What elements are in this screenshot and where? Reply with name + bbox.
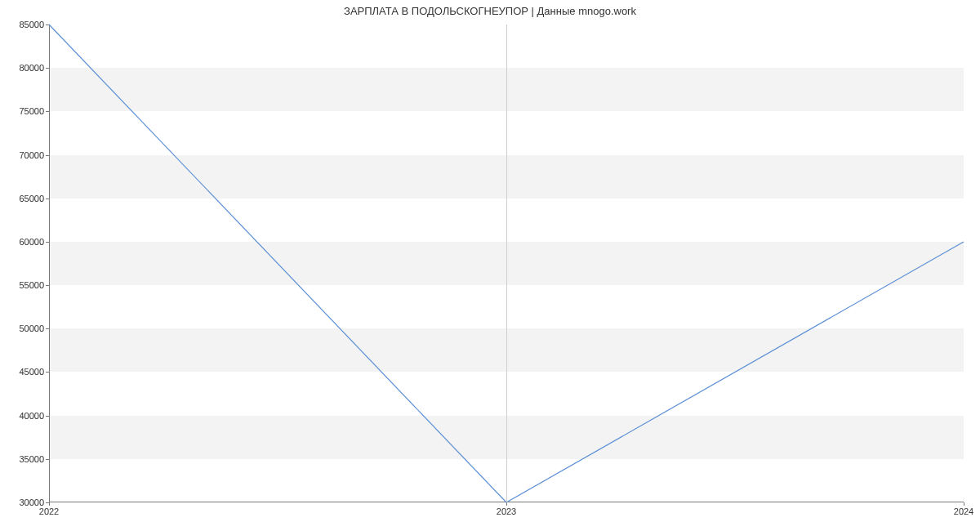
y-tick-label: 45000 — [0, 367, 44, 377]
y-tick-label: 75000 — [0, 106, 44, 116]
y-tick-mark — [46, 459, 49, 460]
x-tick-label: 2023 — [497, 506, 516, 516]
y-tick-label: 70000 — [0, 150, 44, 160]
y-tick-label: 30000 — [0, 498, 44, 507]
x-tick-label: 2024 — [954, 506, 973, 516]
x-tick-mark — [49, 502, 50, 506]
y-tick-mark — [46, 242, 49, 243]
y-tick-mark — [46, 416, 49, 417]
y-tick-label: 85000 — [0, 20, 44, 29]
x-tick-mark — [964, 502, 964, 506]
x-tick-label: 2022 — [39, 506, 59, 516]
chart-title: ЗАРПЛАТА В ПОДОЛЬСКОГНЕУПОР | Данные mno… — [0, 5, 980, 17]
y-tick-mark — [46, 285, 49, 286]
y-tick-label: 80000 — [0, 63, 44, 73]
y-tick-mark — [46, 68, 49, 69]
plot-area — [49, 25, 964, 502]
y-tick-label: 35000 — [0, 454, 44, 464]
y-tick-mark — [46, 25, 49, 25]
y-tick-mark — [46, 372, 49, 373]
y-tick-mark — [46, 155, 49, 156]
y-tick-mark — [46, 328, 49, 329]
y-tick-mark — [46, 199, 49, 199]
y-tick-label: 55000 — [0, 280, 44, 290]
x-grid-line — [506, 25, 507, 502]
y-tick-label: 65000 — [0, 194, 44, 203]
y-tick-mark — [46, 111, 49, 112]
y-tick-label: 40000 — [0, 411, 44, 421]
chart-container: ЗАРПЛАТА В ПОДОЛЬСКОГНЕУПОР | Данные mno… — [0, 0, 980, 531]
y-tick-label: 60000 — [0, 237, 44, 247]
y-tick-label: 50000 — [0, 324, 44, 333]
x-tick-mark — [506, 502, 507, 506]
